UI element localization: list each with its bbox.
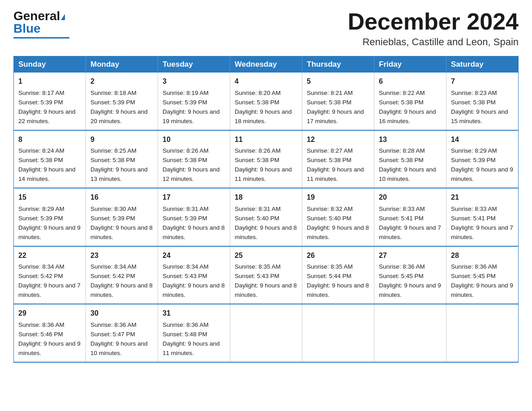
calendar-cell: 7Sunrise: 8:23 AMSunset: 5:38 PMDaylight…	[446, 73, 519, 130]
day-number: 7	[451, 76, 514, 87]
day-number: 12	[307, 134, 369, 146]
calendar-cell: 12Sunrise: 8:27 AMSunset: 5:38 PMDayligh…	[302, 130, 374, 188]
day-number: 19	[307, 192, 369, 203]
day-number: 30	[90, 308, 153, 319]
calendar-cell: 20Sunrise: 8:33 AMSunset: 5:41 PMDayligh…	[374, 188, 446, 246]
calendar-cell: 15Sunrise: 8:29 AMSunset: 5:39 PMDayligh…	[14, 188, 86, 246]
calendar-cell: 23Sunrise: 8:34 AMSunset: 5:42 PMDayligh…	[86, 246, 158, 304]
calendar-cell: 13Sunrise: 8:28 AMSunset: 5:38 PMDayligh…	[374, 130, 446, 188]
calendar-cell: 31Sunrise: 8:36 AMSunset: 5:48 PMDayligh…	[158, 304, 230, 362]
calendar-cell: 14Sunrise: 8:29 AMSunset: 5:39 PMDayligh…	[446, 130, 519, 188]
day-number: 10	[163, 134, 225, 146]
calendar-cell	[374, 304, 446, 362]
day-number: 8	[18, 134, 81, 146]
calendar-cell	[446, 304, 519, 362]
day-number: 11	[235, 134, 297, 146]
day-number: 22	[18, 250, 81, 261]
logo-triangle-icon	[61, 14, 65, 20]
header-wednesday: Wednesday	[230, 56, 302, 73]
header-friday: Friday	[374, 56, 446, 73]
header-thursday: Thursday	[302, 56, 374, 73]
page-header: General Blue December 2024 Renieblas, Ca…	[13, 9, 519, 48]
header-monday: Monday	[86, 56, 158, 73]
day-number: 21	[451, 192, 514, 203]
day-number: 31	[163, 308, 225, 319]
day-number: 20	[379, 192, 442, 203]
day-number: 1	[18, 76, 81, 87]
day-number: 18	[235, 192, 297, 203]
calendar-cell: 9Sunrise: 8:25 AMSunset: 5:38 PMDaylight…	[86, 130, 158, 188]
day-number: 6	[379, 76, 442, 87]
day-number: 27	[379, 250, 442, 261]
day-number: 3	[163, 76, 225, 87]
calendar-cell: 3Sunrise: 8:19 AMSunset: 5:39 PMDaylight…	[158, 73, 230, 130]
calendar-cell: 10Sunrise: 8:26 AMSunset: 5:38 PMDayligh…	[158, 130, 230, 188]
day-number: 28	[451, 250, 514, 261]
day-number: 14	[451, 134, 514, 146]
day-number: 15	[18, 192, 81, 203]
calendar-cell	[302, 304, 374, 362]
calendar-cell: 1Sunrise: 8:17 AMSunset: 5:39 PMDaylight…	[14, 73, 86, 130]
header-sunday: Sunday	[14, 56, 86, 73]
calendar-cell: 28Sunrise: 8:36 AMSunset: 5:45 PMDayligh…	[446, 246, 519, 304]
day-number: 23	[90, 250, 153, 261]
logo-underline	[13, 37, 69, 39]
calendar-cell: 16Sunrise: 8:30 AMSunset: 5:39 PMDayligh…	[86, 188, 158, 246]
day-number: 4	[235, 76, 297, 87]
day-number: 17	[163, 192, 225, 203]
calendar-cell: 8Sunrise: 8:24 AMSunset: 5:38 PMDaylight…	[14, 130, 86, 188]
day-number: 13	[379, 134, 442, 146]
day-number: 9	[90, 134, 153, 146]
calendar-cell: 26Sunrise: 8:35 AMSunset: 5:44 PMDayligh…	[302, 246, 374, 304]
calendar-cell: 11Sunrise: 8:26 AMSunset: 5:38 PMDayligh…	[230, 130, 302, 188]
calendar-cell: 6Sunrise: 8:22 AMSunset: 5:38 PMDaylight…	[374, 73, 446, 130]
calendar-cell: 27Sunrise: 8:36 AMSunset: 5:45 PMDayligh…	[374, 246, 446, 304]
calendar-cell	[230, 304, 302, 362]
day-number: 2	[90, 76, 153, 87]
calendar-cell: 24Sunrise: 8:34 AMSunset: 5:43 PMDayligh…	[158, 246, 230, 304]
calendar-week-row: 8Sunrise: 8:24 AMSunset: 5:38 PMDaylight…	[14, 130, 519, 188]
day-number: 25	[235, 250, 297, 261]
logo-blue-text: Blue	[13, 21, 41, 36]
calendar-week-row: 29Sunrise: 8:36 AMSunset: 5:46 PMDayligh…	[14, 304, 519, 362]
calendar-cell: 30Sunrise: 8:36 AMSunset: 5:47 PMDayligh…	[86, 304, 158, 362]
calendar-cell: 2Sunrise: 8:18 AMSunset: 5:39 PMDaylight…	[86, 73, 158, 130]
calendar-cell: 25Sunrise: 8:35 AMSunset: 5:43 PMDayligh…	[230, 246, 302, 304]
title-block: December 2024 Renieblas, Castille and Le…	[348, 9, 519, 48]
header-saturday: Saturday	[446, 56, 519, 73]
calendar-week-row: 1Sunrise: 8:17 AMSunset: 5:39 PMDaylight…	[14, 73, 519, 130]
day-number: 16	[90, 192, 153, 203]
calendar-cell: 5Sunrise: 8:21 AMSunset: 5:38 PMDaylight…	[302, 73, 374, 130]
day-number: 24	[163, 250, 225, 261]
calendar-week-row: 22Sunrise: 8:34 AMSunset: 5:42 PMDayligh…	[14, 246, 519, 304]
calendar-cell: 17Sunrise: 8:31 AMSunset: 5:39 PMDayligh…	[158, 188, 230, 246]
calendar-cell: 29Sunrise: 8:36 AMSunset: 5:46 PMDayligh…	[14, 304, 86, 362]
calendar-table: Sunday Monday Tuesday Wednesday Thursday…	[13, 56, 519, 362]
calendar-cell: 21Sunrise: 8:33 AMSunset: 5:41 PMDayligh…	[446, 188, 519, 246]
calendar-week-row: 15Sunrise: 8:29 AMSunset: 5:39 PMDayligh…	[14, 188, 519, 246]
calendar-cell: 22Sunrise: 8:34 AMSunset: 5:42 PMDayligh…	[14, 246, 86, 304]
day-number: 26	[307, 250, 369, 261]
weekday-header-row: Sunday Monday Tuesday Wednesday Thursday…	[14, 56, 519, 73]
location-title: Renieblas, Castille and Leon, Spain	[348, 36, 519, 48]
logo: General Blue	[13, 9, 69, 39]
month-title: December 2024	[348, 9, 519, 34]
calendar-cell: 18Sunrise: 8:31 AMSunset: 5:40 PMDayligh…	[230, 188, 302, 246]
calendar-cell: 19Sunrise: 8:32 AMSunset: 5:40 PMDayligh…	[302, 188, 374, 246]
day-number: 5	[307, 76, 369, 87]
header-tuesday: Tuesday	[158, 56, 230, 73]
day-number: 29	[18, 308, 81, 319]
calendar-cell: 4Sunrise: 8:20 AMSunset: 5:38 PMDaylight…	[230, 73, 302, 130]
